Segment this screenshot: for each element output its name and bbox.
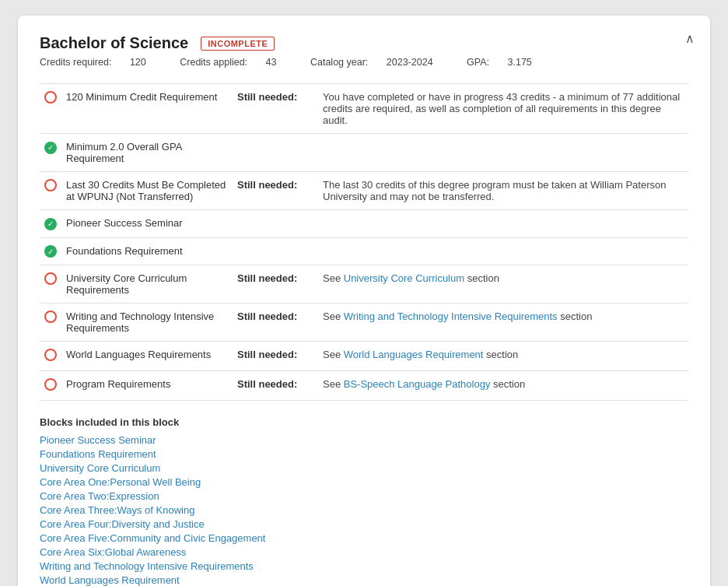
check-icon: ✓ <box>44 218 57 230</box>
requirement-link[interactable]: Writing and Technology Intensive Require… <box>344 311 558 322</box>
requirement-detail <box>318 134 688 172</box>
list-item[interactable]: Core Area Two:Expression <box>40 490 688 502</box>
incomplete-icon <box>44 311 57 323</box>
block-link[interactable]: Core Area Five:Community and Civic Engag… <box>40 532 265 544</box>
requirement-detail: See World Languages Requirement section <box>318 342 688 371</box>
requirement-detail: The last 30 credits of this degree progr… <box>318 172 688 210</box>
list-item[interactable]: World Languages Requirement <box>40 574 688 586</box>
credits-required: Credits required: 120 <box>40 57 164 68</box>
table-row: World Languages RequirementsStill needed… <box>40 342 688 371</box>
requirement-detail <box>318 210 688 238</box>
requirement-detail <box>318 237 688 265</box>
incomplete-icon <box>44 378 57 391</box>
block-link[interactable]: University Core Curriculum <box>40 462 160 474</box>
requirement-name: Program Requirements <box>61 371 233 401</box>
incomplete-icon <box>44 272 57 285</box>
gpa: GPA: 3.175 <box>467 57 548 68</box>
still-needed-label: Still needed: <box>233 304 318 342</box>
block-link[interactable]: Writing and Technology Intensive Require… <box>40 560 254 572</box>
blocks-title: Blocks included in this block <box>40 416 688 428</box>
incomplete-icon <box>44 179 57 191</box>
list-item[interactable]: University Core Curriculum <box>40 462 688 474</box>
blocks-list: Pioneer Success SeminarFoundations Requi… <box>40 434 688 586</box>
collapse-button[interactable]: ∧ <box>685 31 695 46</box>
still-needed-label: Still needed: <box>233 371 318 401</box>
block-link[interactable]: World Languages Requirement <box>40 574 180 586</box>
block-link[interactable]: Core Area Two:Expression <box>40 490 159 502</box>
requirement-name: University Core Curriculum Requirements <box>61 265 233 304</box>
requirement-link[interactable]: World Languages Requirement <box>344 349 484 360</box>
table-row: Last 30 Credits Must Be Completed at WPU… <box>40 172 688 210</box>
requirement-name: Pioneer Success Seminar <box>61 210 233 238</box>
credits-applied: Credits applied: 43 <box>180 57 295 68</box>
requirement-detail: See University Core Curriculum section <box>318 265 688 304</box>
requirements-table: 120 Minimum Credit RequirementStill need… <box>40 83 688 401</box>
list-item[interactable]: Pioneer Success Seminar <box>40 434 688 446</box>
still-needed-label <box>233 134 318 172</box>
requirement-name: Foundations Requirement <box>61 237 233 265</box>
block-link[interactable]: Core Area Four:Diversity and Justice <box>40 518 205 530</box>
requirement-detail: See BS-Speech Language Pathology section <box>318 371 688 401</box>
degree-audit-card: Bachelor of Science INCOMPLETE ∧ Credits… <box>18 16 710 586</box>
list-item[interactable]: Core Area Four:Diversity and Justice <box>40 518 688 530</box>
requirement-link[interactable]: University Core Curriculum <box>344 272 464 284</box>
block-link[interactable]: Core Area One:Personal Well Being <box>40 476 201 488</box>
status-badge: INCOMPLETE <box>201 37 275 51</box>
still-needed-label: Still needed: <box>233 84 318 134</box>
list-item[interactable]: Core Area One:Personal Well Being <box>40 476 688 488</box>
card-header: Bachelor of Science INCOMPLETE <box>40 34 688 52</box>
table-row: ✓Pioneer Success Seminar <box>40 210 688 238</box>
table-row: 120 Minimum Credit RequirementStill need… <box>40 84 688 134</box>
incomplete-icon <box>44 349 57 361</box>
requirement-name: Writing and Technology Intensive Require… <box>61 304 233 342</box>
meta-row: Credits required: 120 Credits applied: 4… <box>40 57 688 68</box>
still-needed-label <box>233 210 318 238</box>
requirement-name: Last 30 Credits Must Be Completed at WPU… <box>61 172 233 210</box>
check-icon: ✓ <box>44 245 57 258</box>
requirement-detail: You have completed or have in progress 4… <box>318 84 688 134</box>
requirement-detail: See Writing and Technology Intensive Req… <box>318 304 688 342</box>
list-item[interactable]: Core Area Six:Global Awareness <box>40 546 688 558</box>
requirement-name: World Languages Requirements <box>61 342 233 371</box>
table-row: ✓Minimum 2.0 Overall GPA Requirement <box>40 134 688 172</box>
block-link[interactable]: Pioneer Success Seminar <box>40 434 156 446</box>
list-item[interactable]: Foundations Requirement <box>40 448 688 460</box>
table-row: Writing and Technology Intensive Require… <box>40 304 688 342</box>
still-needed-label: Still needed: <box>233 342 318 371</box>
block-link[interactable]: Core Area Six:Global Awareness <box>40 546 186 558</box>
list-item[interactable]: Core Area Five:Community and Civic Engag… <box>40 532 688 544</box>
requirement-link[interactable]: BS-Speech Language Pathology <box>344 378 491 390</box>
block-link[interactable]: Core Area Three:Ways of Knowing <box>40 504 194 516</box>
incomplete-icon <box>44 91 57 104</box>
table-row: Program RequirementsStill needed:See BS-… <box>40 371 688 401</box>
requirement-name: Minimum 2.0 Overall GPA Requirement <box>61 134 233 172</box>
table-row: ✓Foundations Requirement <box>40 237 688 265</box>
still-needed-label <box>233 237 318 265</box>
catalog-year: Catalog year: 2023-2024 <box>310 57 451 68</box>
table-row: University Core Curriculum RequirementsS… <box>40 265 688 304</box>
requirement-name: 120 Minimum Credit Requirement <box>61 84 233 134</box>
list-item[interactable]: Writing and Technology Intensive Require… <box>40 560 688 572</box>
blocks-section: Blocks included in this block Pioneer Su… <box>40 416 688 586</box>
check-icon: ✓ <box>44 142 57 154</box>
still-needed-label: Still needed: <box>233 172 318 210</box>
degree-title: Bachelor of Science <box>40 34 188 52</box>
list-item[interactable]: Core Area Three:Ways of Knowing <box>40 504 688 516</box>
block-link[interactable]: Foundations Requirement <box>40 448 156 460</box>
still-needed-label: Still needed: <box>233 265 318 304</box>
